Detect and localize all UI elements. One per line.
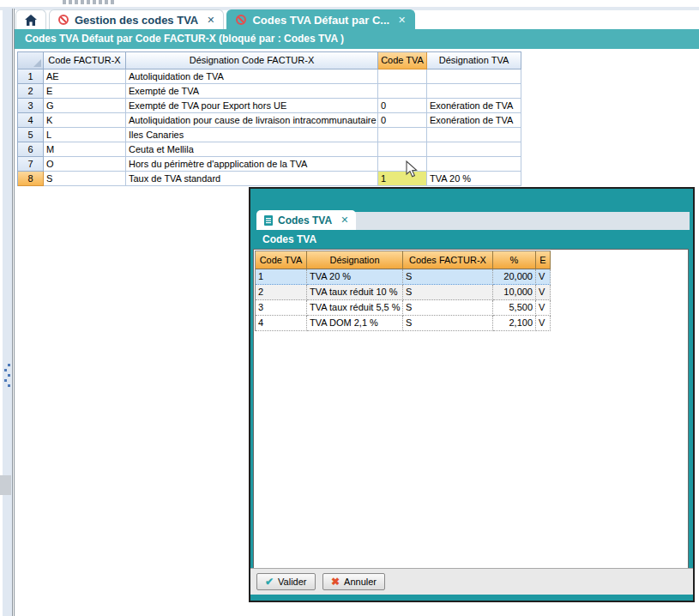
dlg-col-header-codes-factur-x[interactable]: Codes FACTUR-X [403, 251, 493, 269]
row-number[interactable]: 2 [18, 84, 44, 99]
dlg-cell-designation[interactable]: TVA 20 % [307, 269, 403, 285]
col-header-code-tva[interactable]: Code TVA [378, 52, 427, 69]
cell-code-tva[interactable]: 0 [378, 99, 427, 113]
dlg-cell-code[interactable]: 3 [256, 300, 307, 316]
dlg-cell-e[interactable]: V [536, 285, 551, 300]
dlg-cell-e[interactable]: V [536, 269, 551, 285]
cell-code[interactable]: AE [44, 69, 126, 84]
dlg-cell-e[interactable]: V [536, 316, 551, 331]
dlg-cell-factur-x[interactable]: S [403, 316, 493, 331]
cell-designation[interactable]: Iles Canaries [126, 128, 378, 142]
dlg-col-header-code-tva[interactable]: Code TVA [256, 251, 307, 269]
blocked-icon [236, 15, 246, 25]
cell-code[interactable]: O [44, 157, 126, 172]
home-icon [25, 15, 37, 26]
row-number[interactable]: 6 [18, 142, 44, 157]
row-number[interactable]: 7 [18, 157, 44, 172]
tab-gestion-codes-tva[interactable]: Gestion des codes TVA ✕ [49, 9, 224, 29]
dlg-col-header-e[interactable]: E [536, 251, 551, 269]
col-header-designation-factur-x[interactable]: Désignation Code FACTUR-X [126, 52, 378, 69]
select-all-corner[interactable] [18, 52, 44, 69]
dialog-tab-codes-tva[interactable]: Codes TVA ✕ [256, 210, 356, 230]
dlg-cell-factur-x[interactable]: S [403, 269, 493, 285]
cell-designation[interactable]: Autoliquidation de TVA [126, 69, 378, 84]
row-number[interactable]: 5 [18, 128, 44, 142]
row-number[interactable]: 4 [18, 113, 44, 128]
dialog-codes-tva: Codes TVA ✕ Codes TVA Code TVA Désignati… [249, 187, 695, 602]
cell-designation-tva[interactable] [427, 69, 521, 84]
cell-code[interactable]: G [44, 99, 126, 113]
cell-designation[interactable]: Taux de TVA standard [126, 172, 378, 186]
cell-code-tva[interactable] [378, 69, 427, 84]
dlg-col-header-designation[interactable]: Désignation [307, 251, 403, 269]
tab-bar: Gestion des codes TVA ✕ Codes TVA Défaut… [15, 9, 415, 29]
dlg-cell-designation[interactable]: TVA DOM 2,1 % [307, 316, 403, 331]
panel-splitter[interactable] [12, 9, 15, 616]
annuler-button[interactable]: ✖ Annuler [322, 573, 385, 590]
cell-code-tva[interactable] [378, 142, 427, 157]
page-title: Codes TVA Défaut par Code FACTUR-X (bloq… [25, 33, 344, 45]
close-tab-icon[interactable]: ✕ [398, 15, 406, 26]
cell-designation-tva[interactable]: TVA 20 % [427, 172, 521, 186]
cell-code[interactable]: L [44, 128, 126, 142]
cell-code[interactable]: S [44, 172, 126, 186]
main-table: Code FACTUR-X Désignation Code FACTUR-X … [17, 51, 521, 186]
cell-designation-tva[interactable]: Exonération de TVA [427, 113, 521, 128]
valider-button[interactable]: ✔ Valider [256, 573, 316, 590]
cross-icon: ✖ [331, 576, 340, 588]
cell-designation[interactable]: Autoliquidation pour cause de livraison … [126, 113, 378, 128]
cell-designation-tva[interactable] [427, 142, 521, 157]
close-dialog-tab-icon[interactable]: ✕ [340, 214, 348, 226]
tab-label: Gestion des codes TVA [75, 14, 198, 27]
cell-designation-tva[interactable]: Exonération de TVA [427, 99, 521, 113]
dialog-tab-label: Codes TVA [278, 214, 332, 226]
cell-code-tva[interactable] [378, 84, 427, 99]
dlg-cell-designation[interactable]: TVA taux réduit 10 % [307, 285, 403, 300]
cell-designation-tva[interactable] [427, 84, 521, 99]
dialog-table: Code TVA Désignation Codes FACTUR-X % E … [255, 251, 551, 331]
row-number[interactable]: 3 [18, 99, 44, 113]
tab-label: Codes TVA Défaut par C... [252, 14, 389, 27]
page-title-bar: Codes TVA Défaut par Code FACTUR-X (bloq… [15, 29, 699, 49]
cell-code-tva[interactable]: 0 [378, 113, 427, 128]
row-number-selected[interactable]: 8 [18, 172, 44, 186]
cell-designation[interactable]: Exempté de TVA [126, 84, 378, 99]
cell-designation[interactable]: Ceuta et Mellila [126, 142, 378, 157]
annuler-label: Annuler [344, 577, 377, 587]
cell-designation[interactable]: Hors du périmètre d'appplication de la T… [126, 157, 378, 172]
col-header-code-factur-x[interactable]: Code FACTUR-X [44, 52, 126, 69]
close-tab-icon[interactable]: ✕ [207, 15, 214, 26]
tab-home[interactable] [15, 9, 46, 29]
cell-code[interactable]: E [44, 84, 126, 99]
dlg-cell-percent[interactable]: 5,500 [493, 300, 536, 316]
dialog-tabstrip [349, 212, 690, 230]
dialog-title: Codes TVA [262, 230, 316, 249]
blocked-icon [58, 15, 69, 25]
dlg-cell-percent[interactable]: 20,000 [493, 269, 536, 285]
dialog-button-bar: ✔ Valider ✖ Annuler [250, 568, 693, 595]
dlg-cell-e[interactable]: V [536, 300, 551, 316]
dlg-cell-percent[interactable]: 10,000 [493, 285, 536, 300]
dlg-cell-factur-x[interactable]: S [403, 285, 493, 300]
check-icon: ✔ [265, 576, 274, 588]
dlg-cell-code[interactable]: 2 [256, 285, 307, 300]
tab-codes-tva-defaut[interactable]: Codes TVA Défaut par C... ✕ [226, 9, 415, 29]
dlg-cell-factur-x[interactable]: S [403, 300, 493, 316]
dlg-col-header-percent[interactable]: % [493, 251, 536, 269]
cell-code[interactable]: M [44, 142, 126, 157]
cell-code-tva[interactable] [378, 128, 427, 142]
dlg-cell-code[interactable]: 1 [256, 269, 307, 285]
clipped-toolbar-text [63, 0, 116, 4]
row-number[interactable]: 1 [18, 69, 44, 84]
col-header-designation-tva[interactable]: Désignation TVA [427, 52, 521, 69]
panel-expand-grip[interactable] [4, 364, 12, 391]
cell-designation[interactable]: Exempté de TVA pour Export hors UE [126, 99, 378, 113]
dlg-cell-percent[interactable]: 2,100 [493, 316, 536, 331]
mouse-cursor [405, 160, 420, 178]
dlg-cell-designation[interactable]: TVA taux réduit 5,5 % [307, 300, 403, 316]
cell-designation-tva[interactable] [427, 157, 521, 172]
cell-code[interactable]: K [44, 113, 126, 128]
valider-label: Valider [278, 577, 306, 587]
dlg-cell-code[interactable]: 4 [256, 316, 307, 331]
cell-designation-tva[interactable] [427, 128, 521, 142]
